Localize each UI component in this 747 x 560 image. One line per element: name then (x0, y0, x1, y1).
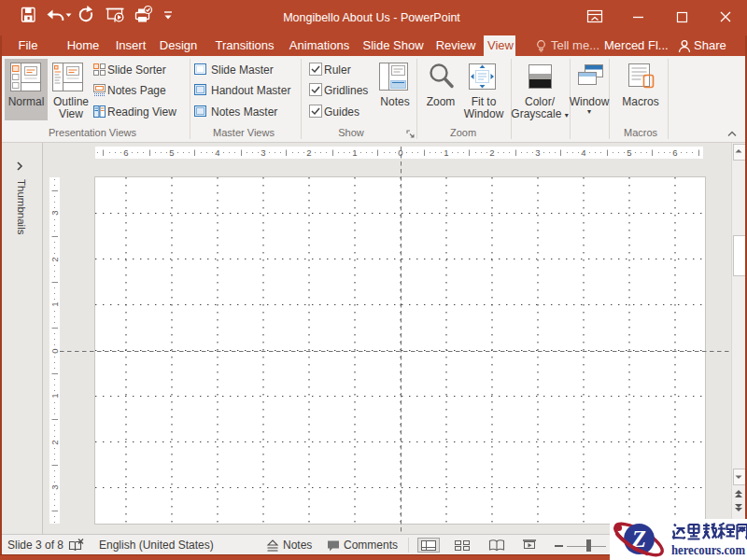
svg-text:herecours.com: herecours.com (671, 542, 745, 557)
